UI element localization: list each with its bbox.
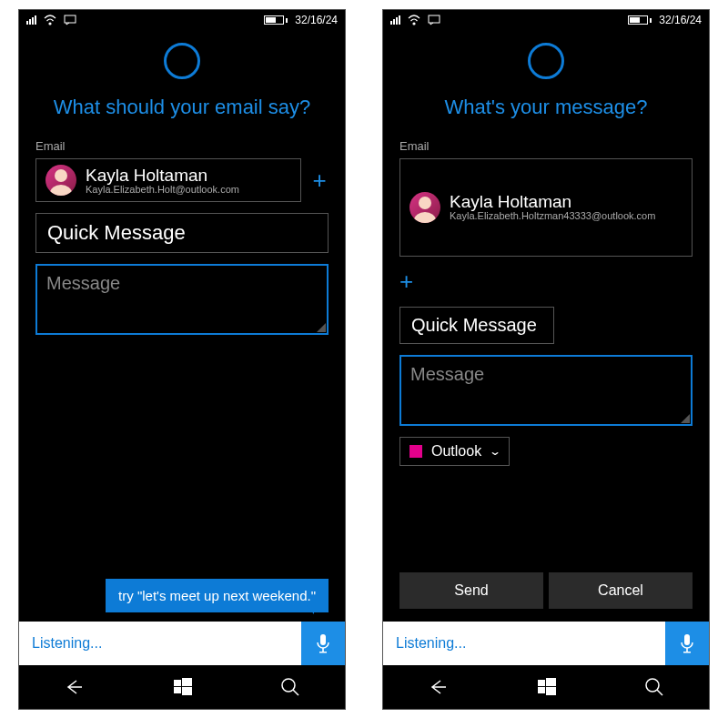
status-time: 32/16/24 (295, 14, 338, 26)
cortana-ring-icon (164, 43, 200, 79)
contact-name: Kayla Holtaman (450, 193, 655, 210)
svg-rect-13 (686, 648, 688, 652)
prompt-text: What should your email say? (19, 96, 345, 139)
battery-icon (264, 15, 288, 25)
status-bar: 32/16/24 (383, 10, 709, 30)
listening-bar[interactable]: Listening... (19, 622, 345, 665)
start-button[interactable] (174, 678, 192, 696)
add-recipient-button[interactable]: + (399, 268, 418, 296)
subject-input[interactable]: Quick Message (35, 213, 329, 253)
svg-rect-11 (429, 15, 440, 23)
svg-rect-16 (546, 678, 556, 686)
send-button[interactable]: Send (399, 572, 543, 609)
message-icon (64, 15, 76, 25)
microphone-button[interactable] (665, 622, 709, 665)
microphone-button[interactable] (301, 622, 345, 665)
cortana-ring-icon (528, 43, 564, 79)
wifi-icon (408, 15, 420, 25)
svg-rect-18 (546, 687, 556, 695)
svg-rect-5 (174, 680, 181, 686)
contact-card[interactable]: Kayla Holtaman Kayla.Elizabeth.Holtzman4… (399, 158, 693, 257)
contact-card[interactable]: Kayla Holtaman Kayla.Elizabeth.Holt@outl… (35, 158, 301, 202)
signal-icon (390, 15, 400, 25)
cancel-button[interactable]: Cancel (549, 572, 693, 609)
resize-handle-icon[interactable] (317, 323, 326, 332)
add-recipient-button[interactable]: + (310, 167, 329, 195)
subject-input[interactable]: Quick Message (399, 307, 554, 344)
search-button[interactable] (280, 677, 300, 697)
start-button[interactable] (538, 678, 556, 696)
account-label: Outlook (431, 443, 481, 460)
svg-rect-4 (319, 652, 327, 653)
back-button[interactable] (428, 678, 450, 696)
listening-label: Listening... (383, 622, 665, 665)
back-button[interactable] (64, 678, 86, 696)
section-label: Email (19, 139, 345, 158)
message-placeholder: Message (410, 364, 484, 384)
wifi-icon (44, 15, 56, 25)
svg-rect-7 (174, 687, 181, 693)
search-button[interactable] (644, 677, 664, 697)
svg-rect-8 (182, 687, 192, 695)
svg-rect-17 (538, 687, 545, 693)
resize-handle-icon[interactable] (681, 414, 690, 423)
svg-point-0 (49, 23, 51, 25)
nav-bar (383, 665, 709, 709)
suggestion-bubble[interactable]: try "let's meet up next weekend." (106, 579, 329, 612)
message-placeholder: Message (46, 273, 120, 293)
signal-icon (26, 15, 36, 25)
contact-email: Kayla.Elizabeth.Holt@outlook.com (86, 184, 239, 195)
phone-screen-left: 32/16/24 What should your email say? Ema… (18, 9, 346, 710)
microphone-icon (314, 632, 332, 654)
message-input[interactable]: Message (399, 355, 693, 426)
svg-rect-12 (684, 634, 690, 645)
listening-label: Listening... (19, 622, 301, 665)
svg-rect-3 (322, 648, 324, 652)
microphone-icon (678, 632, 696, 654)
svg-point-19 (646, 679, 659, 692)
status-bar: 32/16/24 (19, 10, 345, 30)
battery-icon (628, 15, 652, 25)
svg-rect-14 (683, 652, 691, 653)
svg-rect-6 (182, 678, 192, 686)
phone-screen-right: 32/16/24 What's your message? Email Kayl… (382, 9, 710, 710)
message-icon (428, 15, 440, 25)
prompt-text: What's your message? (383, 96, 709, 139)
listening-bar[interactable]: Listening... (383, 622, 709, 665)
account-select[interactable]: Outlook ⌄ (399, 437, 510, 466)
contact-email: Kayla.Elizabeth.Holtzman43333@outlook.co… (450, 210, 655, 221)
message-input[interactable]: Message (35, 264, 329, 335)
svg-rect-2 (320, 634, 326, 645)
section-label: Email (383, 139, 709, 158)
chevron-down-icon: ⌄ (489, 445, 501, 458)
avatar (410, 192, 440, 223)
svg-rect-15 (538, 680, 545, 686)
svg-point-10 (413, 23, 415, 25)
svg-point-9 (282, 679, 295, 692)
status-time: 32/16/24 (659, 14, 702, 26)
svg-rect-1 (65, 15, 76, 23)
account-color-swatch (410, 445, 422, 458)
avatar (46, 165, 76, 196)
nav-bar (19, 665, 345, 709)
contact-name: Kayla Holtaman (86, 167, 239, 184)
